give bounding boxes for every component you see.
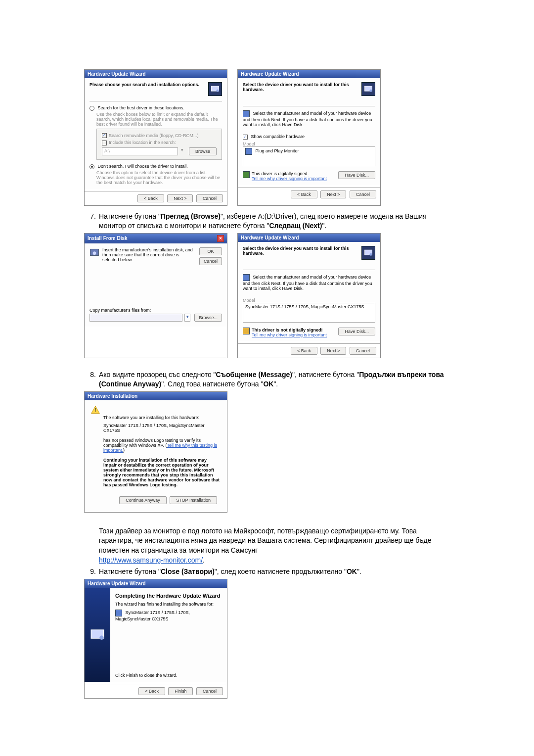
step-number: 9.: [84, 567, 96, 577]
cancel-button[interactable]: Cancel: [350, 347, 376, 355]
samsung-monitor-link[interactable]: http://www.samsung-monitor.com/: [99, 556, 203, 564]
browse-button[interactable]: Browse...: [194, 314, 222, 322]
shield-ok-icon: [243, 171, 250, 178]
monitor-icon: [243, 110, 250, 117]
dialog-completing-wizard: Hardware Update Wizard Completing the Ha…: [84, 579, 227, 699]
dialog-body: Please choose your search and installati…: [85, 78, 227, 189]
cert-paragraph: Този драйвер за монитор е под логото на …: [99, 526, 450, 565]
dialog-install-from-disk: Install From Disk × Insert the manufactu…: [84, 233, 227, 358]
list-item[interactable]: SyncMaster 171S / 175S / 170S, MagicSync…: [245, 304, 364, 309]
cancel-button[interactable]: Cancel: [350, 190, 376, 198]
back-button[interactable]: < Back: [291, 347, 317, 355]
chk-removable: [102, 133, 107, 138]
back-button: < Back: [138, 687, 165, 695]
next-button[interactable]: Next >: [320, 190, 346, 198]
title-text: Hardware Update Wizard: [241, 235, 299, 240]
button-row: < Back Finish Cancel: [85, 684, 227, 698]
chk-compatible[interactable]: [243, 135, 248, 140]
next-button[interactable]: Next >: [167, 194, 193, 202]
title-text: Hardware Update Wizard: [88, 581, 146, 586]
button-row: < Back Next > Cancel: [238, 188, 380, 201]
stop-installation-button[interactable]: STOP Installation: [170, 496, 217, 504]
hardware-icon: [208, 82, 222, 96]
step-number: 8.: [84, 370, 96, 389]
close-icon[interactable]: ×: [217, 235, 224, 242]
title-text: Hardware Update Wizard: [241, 71, 299, 77]
continue-anyway-button[interactable]: Continue Anyway: [119, 496, 167, 504]
svg-point-1: [217, 90, 219, 92]
svg-point-11: [99, 635, 104, 640]
l3b: ): [123, 448, 125, 453]
svg-point-7: [370, 253, 372, 256]
dropdown-icon[interactable]: ▾: [184, 314, 190, 322]
notsigned-text: This driver is not digitally signed!: [252, 328, 336, 332]
location-field: A:\: [102, 147, 178, 155]
button-row: < Back Next > Cancel: [238, 344, 380, 358]
monitor-icon: [245, 148, 252, 155]
dialog-row-1: Hardware Update Wizard Please choose you…: [84, 69, 450, 206]
floppy-icon: [89, 247, 99, 257]
radio-dont-search-label: Don't search. I will choose the driver t…: [98, 164, 188, 169]
titlebar: Hardware Update Wizard: [238, 234, 380, 242]
have-disk-button[interactable]: Have Disk...: [338, 171, 375, 179]
svg-point-3: [370, 90, 372, 92]
browse-button-disabled: Browse: [189, 147, 217, 155]
back-button[interactable]: < Back: [291, 190, 317, 198]
hardware-icon: [361, 82, 375, 96]
l4: Continuing your installation of this sof…: [103, 458, 221, 487]
cancel-button: Cancel: [196, 687, 223, 695]
svg-text:!: !: [94, 408, 96, 413]
wizard-side-graphic: [85, 588, 110, 682]
radio-dont-search[interactable]: [89, 164, 94, 169]
titlebar: Hardware Installation: [85, 392, 227, 400]
warning-icon: !: [90, 405, 100, 415]
dialog-body: Select the device driver you want to ins…: [238, 78, 380, 185]
chk-include-location: [102, 141, 107, 145]
step-8: 8. Ако видите прозорец със следното "Съо…: [84, 370, 450, 389]
titlebar: Install From Disk ×: [85, 234, 227, 243]
back-button[interactable]: < Back: [137, 194, 164, 202]
l1: The wizard has finished installing the s…: [115, 602, 222, 607]
dialog-search-options: Hardware Update Wizard Please choose you…: [84, 69, 227, 206]
step-9: 9. Натиснете бутона "Close (Затвори)", с…: [84, 567, 450, 577]
desc: Insert the manufacturer's installation d…: [102, 247, 194, 262]
hardware-icon: [361, 246, 375, 260]
dialog-select-driver-2: Hardware Update Wizard Select the device…: [237, 233, 381, 358]
signing-link[interactable]: Tell me why driver signing is important: [252, 332, 336, 337]
have-disk-button[interactable]: Have Disk...: [338, 328, 375, 335]
signing-link[interactable]: Tell me why driver signing is important: [252, 176, 336, 181]
prompt: Select the device driver you want to ins…: [243, 82, 375, 92]
dialog-row-2: Install From Disk × Insert the manufactu…: [84, 233, 450, 358]
chk-compatible-label: Show compatible hardware: [251, 134, 305, 139]
radio-search-best-label: Search for the best driver in these loca…: [98, 105, 185, 110]
next-button[interactable]: Next >: [320, 347, 346, 355]
titlebar: Hardware Update Wizard: [238, 70, 380, 78]
model-list[interactable]: Plug and Play Monitor: [243, 146, 375, 166]
monitor-icon: [115, 610, 122, 616]
model-header: Model: [243, 298, 375, 303]
l1: The software you are installing for this…: [103, 415, 221, 420]
radio1-desc: Use the check boxes below to limit or ex…: [96, 112, 222, 127]
radio2-desc: Choose this option to select the device …: [96, 170, 222, 185]
radio-search-best[interactable]: [89, 106, 94, 111]
model-header: Model: [243, 142, 375, 146]
dialog-body: Select the device driver you want to ins…: [238, 242, 380, 341]
ok-button[interactable]: OK: [199, 247, 222, 255]
cancel-button[interactable]: Cancel: [199, 257, 222, 265]
prompt: Please choose your search and installati…: [89, 82, 222, 87]
titlebar: Hardware Update Wizard: [85, 70, 227, 78]
list-item[interactable]: Plug and Play Monitor: [256, 148, 299, 153]
cancel-button[interactable]: Cancel: [196, 194, 223, 202]
l2: SyncMaster 171S / 175S / 170S, MagicSync…: [115, 610, 190, 621]
dialog-body: Insert the manufacturer's installation d…: [85, 243, 227, 327]
desc: Select the manufacturer and model of you…: [243, 275, 372, 291]
l2: SyncMaster 171S / 175S / 170S, MagicSync…: [103, 423, 221, 433]
path-field[interactable]: [89, 314, 182, 322]
desc: Select the manufacturer and model of you…: [243, 111, 372, 127]
finish-button[interactable]: Finish: [168, 687, 193, 695]
chk-removable-label: Search removable media (floppy, CD-ROM..…: [109, 133, 198, 138]
model-list[interactable]: SyncMaster 171S / 175S / 170S, MagicSync…: [243, 303, 375, 323]
chk-include-location-label: Include this location in the search:: [109, 140, 176, 145]
titlebar: Hardware Update Wizard: [85, 579, 227, 588]
step-number: 7.: [84, 212, 96, 231]
